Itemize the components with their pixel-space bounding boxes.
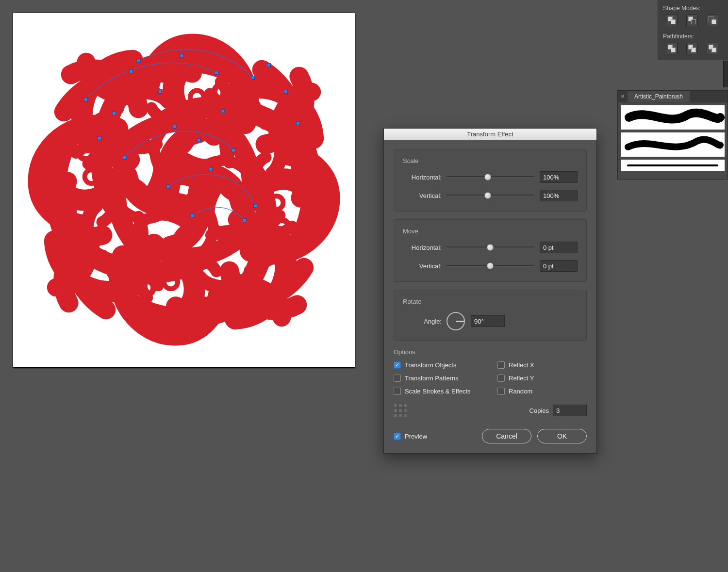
- scale-horizontal-slider[interactable]: [447, 173, 534, 181]
- options-title: Options: [394, 348, 587, 356]
- reflect-x-label: Reflect X: [509, 361, 534, 369]
- svg-rect-15: [243, 219, 247, 222]
- shape-modes-label: Shape Modes:: [663, 5, 723, 12]
- reference-point-grid[interactable]: [394, 404, 407, 417]
- svg-rect-5: [215, 71, 218, 75]
- move-vertical-label: Vertical:: [403, 262, 442, 270]
- transform-effect-dialog: Transform Effect Scale Horizontal: Verti…: [383, 128, 597, 454]
- shape-mode-unite-button[interactable]: [666, 15, 678, 26]
- move-section: Move Horizontal: Vertical:: [394, 219, 587, 282]
- rotate-angle-input[interactable]: [471, 315, 505, 327]
- svg-rect-7: [251, 76, 255, 80]
- transform-patterns-checkbox[interactable]: Transform Patterns: [394, 375, 483, 382]
- panel-dock-strip[interactable]: [723, 61, 728, 87]
- scale-section: Scale Horizontal: Vertical:: [394, 149, 587, 212]
- rotate-title: Rotate: [403, 298, 578, 305]
- move-vertical-input[interactable]: [540, 260, 578, 272]
- brush-sample-2[interactable]: [621, 132, 725, 157]
- copies-input[interactable]: [553, 405, 587, 416]
- artwork: [13, 13, 355, 367]
- scale-horizontal-input[interactable]: [540, 171, 578, 183]
- scale-vertical-slider[interactable]: [447, 191, 534, 200]
- pathfinder-merge-button[interactable]: [707, 43, 718, 54]
- transform-objects-label: Transform Objects: [405, 361, 456, 369]
- brush-sample-1[interactable]: [621, 105, 725, 130]
- reflect-x-checkbox[interactable]: Reflect X: [497, 361, 587, 369]
- svg-rect-13: [254, 204, 257, 208]
- svg-rect-18: [221, 109, 225, 113]
- move-horizontal-input[interactable]: [540, 242, 578, 253]
- dialog-title: Transform Effect: [384, 129, 596, 140]
- pathfinders-label: Pathfinders:: [663, 33, 723, 40]
- scale-horizontal-label: Horizontal:: [403, 174, 442, 181]
- transform-patterns-label: Transform Patterns: [405, 375, 459, 382]
- svg-rect-6: [137, 59, 140, 63]
- reflect-y-label: Reflect Y: [509, 375, 534, 382]
- svg-rect-20: [284, 90, 287, 94]
- close-icon[interactable]: ✕: [618, 94, 628, 99]
- brush-sample-3[interactable]: [621, 160, 725, 171]
- svg-rect-14: [191, 214, 194, 217]
- svg-rect-12: [209, 167, 213, 171]
- canvas[interactable]: [13, 12, 355, 368]
- scale-strokes-label: Scale Strokes & Effects: [405, 388, 471, 395]
- random-label: Random: [509, 388, 532, 395]
- preview-label: Preview: [405, 433, 427, 440]
- pathfinder-panel: Shape Modes: Pathfinders:: [658, 0, 728, 60]
- svg-rect-9: [173, 125, 176, 128]
- move-horizontal-label: Horizontal:: [403, 244, 442, 251]
- svg-rect-16: [98, 136, 101, 140]
- move-title: Move: [403, 228, 578, 235]
- svg-rect-19: [267, 64, 271, 67]
- svg-rect-23: [197, 138, 200, 142]
- svg-rect-21: [296, 121, 299, 125]
- reflect-y-checkbox[interactable]: Reflect Y: [497, 375, 587, 382]
- svg-rect-17: [158, 90, 162, 94]
- svg-rect-2: [84, 98, 88, 101]
- options-section: Options Transform Objects Reflect X Tran…: [394, 348, 587, 417]
- svg-rect-4: [180, 54, 183, 58]
- svg-rect-3: [129, 70, 132, 73]
- shape-mode-intersect-button[interactable]: [707, 15, 718, 26]
- scale-title: Scale: [403, 157, 578, 164]
- svg-rect-8: [123, 156, 126, 159]
- scale-strokes-checkbox[interactable]: Scale Strokes & Effects: [394, 388, 483, 395]
- svg-rect-10: [232, 148, 235, 152]
- svg-rect-11: [166, 185, 170, 188]
- preview-checkbox[interactable]: Preview: [394, 433, 427, 440]
- brushes-panel: ✕ Artistic_Paintbrush: [617, 90, 728, 180]
- scale-vertical-label: Vertical:: [403, 192, 442, 199]
- pathfinder-trim-button[interactable]: [686, 43, 698, 54]
- move-vertical-slider[interactable]: [447, 261, 534, 270]
- move-horizontal-slider[interactable]: [447, 243, 534, 252]
- random-checkbox[interactable]: Random: [497, 388, 587, 395]
- rotate-angle-label: Angle:: [403, 318, 442, 325]
- cancel-button[interactable]: Cancel: [482, 429, 531, 443]
- pathfinder-divide-button[interactable]: [666, 43, 678, 54]
- shape-mode-minus-front-button[interactable]: [686, 15, 698, 26]
- brushes-panel-tab[interactable]: Artistic_Paintbrush: [628, 91, 690, 102]
- angle-dial[interactable]: [447, 312, 465, 330]
- transform-objects-checkbox[interactable]: Transform Objects: [394, 361, 483, 369]
- copies-label: Copies: [529, 407, 549, 414]
- rotate-section: Rotate Angle:: [394, 290, 587, 341]
- scale-vertical-input[interactable]: [540, 190, 578, 201]
- svg-rect-22: [112, 112, 116, 115]
- ok-button[interactable]: OK: [537, 429, 587, 443]
